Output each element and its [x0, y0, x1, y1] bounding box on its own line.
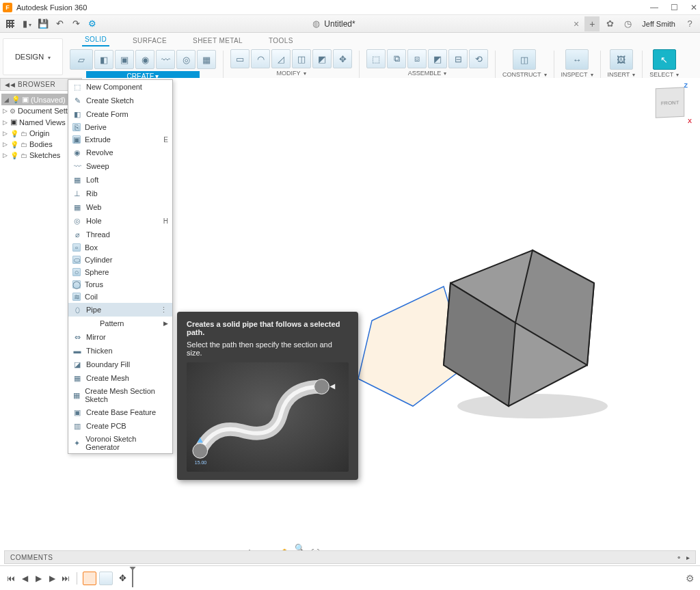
- user-name[interactable]: Jeff Smith: [638, 20, 679, 28]
- draft-icon[interactable]: ◩: [312, 49, 332, 68]
- create-mesh-icon: ▦: [72, 373, 82, 383]
- menu-item-revolve[interactable]: ◉Revolve: [68, 146, 172, 159]
- menu-item-new-component[interactable]: ⬚New Component: [68, 80, 172, 94]
- data-panel-button[interactable]: [3, 17, 18, 31]
- menu-item-create-base-feature[interactable]: ▣Create Base Feature: [68, 405, 172, 419]
- viewcube[interactable]: FRONT Z X: [652, 85, 689, 122]
- menu-item-thread[interactable]: ⌀Thread: [68, 228, 172, 241]
- loft-icon[interactable]: ▦: [197, 50, 216, 69]
- extrude-icon[interactable]: ▣: [115, 50, 134, 69]
- timeline-feature-move[interactable]: ✥: [116, 572, 129, 585]
- menu-item-loft[interactable]: ▦Loft: [68, 173, 172, 187]
- menu-item-create-mesh[interactable]: ▦Create Mesh: [68, 371, 172, 385]
- ribbon-label-insert[interactable]: INSERT: [608, 71, 636, 78]
- inspect-icon[interactable]: ↔: [565, 49, 589, 70]
- revolve-icon[interactable]: ◉: [135, 50, 154, 69]
- undo-button[interactable]: ↶: [52, 17, 67, 31]
- extensions-button[interactable]: ⚙: [85, 17, 100, 31]
- menu-item-cylinder[interactable]: ⬭Cylinder: [68, 254, 172, 266]
- ribbon-label-modify[interactable]: MODIFY: [277, 70, 306, 77]
- timeline-next-button[interactable]: ▶: [46, 573, 57, 584]
- timeline-feature-sketch[interactable]: [83, 572, 96, 585]
- menu-item-boundary-fill[interactable]: ◪Boundary Fill: [68, 358, 172, 371]
- as-built-joint-icon[interactable]: ⧇: [407, 49, 427, 68]
- more-options-icon[interactable]: ⋮: [160, 306, 168, 314]
- timeline-settings-icon[interactable]: ⚙: [686, 573, 695, 584]
- hole-icon[interactable]: ◎: [176, 50, 196, 69]
- ribbon-label-select[interactable]: SELECT: [649, 71, 679, 78]
- minimize-button[interactable]: —: [650, 3, 658, 12]
- timeline-play-button[interactable]: ▶: [33, 573, 44, 584]
- menu-item-pipe[interactable]: ⬯Pipe⋮: [68, 303, 172, 317]
- ribbon-label-assemble[interactable]: ASSEMBLE: [408, 70, 447, 77]
- help-icon[interactable]: ?: [682, 16, 697, 31]
- menu-item-sphere[interactable]: ○Sphere: [68, 266, 172, 278]
- timeline-start-button[interactable]: ⏮: [5, 573, 16, 584]
- menu-item-extrude[interactable]: ▣ExtrudeE: [68, 133, 172, 146]
- menu-item-rib[interactable]: ⊥Rib: [68, 187, 172, 200]
- presspull-icon[interactable]: ▭: [230, 49, 250, 68]
- create-form-icon[interactable]: ◧: [94, 50, 113, 69]
- joint-origin-icon[interactable]: ◩: [428, 49, 447, 68]
- maximize-button[interactable]: ☐: [671, 3, 678, 12]
- ribbon-content: ▱ ◧ ▣ ◉ 〰 ◎ ▦ CREATE ▾ ▭ ◠ ◿ ◫ ◩: [66, 46, 700, 81]
- comments-options-icon[interactable]: ⚬: [676, 554, 682, 561]
- menu-item-pattern[interactable]: Pattern▶: [68, 317, 172, 330]
- file-menu-button[interactable]: ▮: [19, 17, 34, 31]
- tab-sheetmetal[interactable]: SHEET METAL: [190, 35, 245, 46]
- menu-item-derive[interactable]: ⎘Derive: [68, 121, 172, 133]
- close-button[interactable]: ✕: [690, 3, 697, 12]
- viewcube-face[interactable]: FRONT: [656, 87, 685, 118]
- new-component-icon[interactable]: ⬚: [366, 49, 386, 68]
- joint-icon[interactable]: ⧉: [387, 49, 406, 68]
- menu-item-create-mesh-section-sketch[interactable]: ▦Create Mesh Section Sketch: [68, 385, 172, 405]
- timeline-prev-button[interactable]: ◀: [19, 573, 30, 584]
- menu-item-coil[interactable]: ≋Coil: [68, 291, 172, 303]
- menu-item-label: Mirror: [86, 333, 106, 341]
- select-icon[interactable]: ↖: [653, 49, 676, 70]
- ribbon-label-construct[interactable]: CONSTRUCT: [502, 71, 547, 78]
- redo-button[interactable]: ↷: [68, 17, 83, 31]
- menu-item-voronoi-sketch-generator[interactable]: ✦Voronoi Sketch Generator: [68, 433, 172, 453]
- menu-item-label: Hole: [86, 217, 102, 225]
- sweep-icon: 〰: [72, 161, 82, 171]
- tab-surface[interactable]: SURFACE: [130, 35, 170, 46]
- chamfer-icon[interactable]: ◿: [271, 49, 291, 68]
- insert-icon[interactable]: 🖼: [610, 49, 633, 70]
- menu-item-box[interactable]: ▫Box: [68, 241, 172, 254]
- tab-solid[interactable]: SOLID: [82, 33, 109, 46]
- comments-expand-icon[interactable]: ▸: [686, 554, 690, 561]
- create-sketch-icon[interactable]: ▱: [70, 49, 93, 70]
- menu-item-sweep[interactable]: 〰Sweep: [68, 159, 172, 173]
- timeline-end-button[interactable]: ⏭: [60, 573, 71, 584]
- rigid-group-icon[interactable]: ⊟: [448, 49, 468, 68]
- fillet-icon[interactable]: ◠: [251, 49, 270, 68]
- menu-item-web[interactable]: ▦Web: [68, 200, 172, 214]
- document-tab[interactable]: ◍ Untitled*: [100, 18, 568, 29]
- notifications-icon[interactable]: ✿: [602, 16, 617, 31]
- menu-item-label: Sweep: [86, 162, 109, 170]
- ribbon-label-inspect[interactable]: INSPECT: [561, 71, 593, 78]
- tab-tools[interactable]: TOOLS: [266, 35, 296, 46]
- tab-close-button[interactable]: ×: [568, 18, 584, 29]
- sweep-icon[interactable]: 〰: [156, 50, 175, 69]
- menu-item-create-pcb[interactable]: ▥Create PCB: [68, 419, 172, 433]
- menu-item-create-sketch[interactable]: ✎Create Sketch: [68, 94, 172, 107]
- comments-bar[interactable]: COMMENTS ⚬▸: [4, 550, 696, 564]
- save-button[interactable]: 💾: [36, 17, 51, 31]
- timeline-marker[interactable]: [132, 569, 133, 587]
- menu-item-hole[interactable]: ◎HoleH: [68, 214, 172, 228]
- browser-collapse-icon[interactable]: ◀◀: [5, 81, 15, 88]
- move-icon[interactable]: ✥: [333, 49, 352, 68]
- menu-item-mirror[interactable]: ⇔Mirror: [68, 330, 172, 344]
- shell-icon[interactable]: ◫: [292, 49, 311, 68]
- construct-icon[interactable]: ◫: [513, 49, 536, 70]
- timeline-feature-extrude[interactable]: [99, 572, 113, 585]
- workspace-switcher[interactable]: DESIGN: [3, 38, 63, 75]
- menu-item-thicken[interactable]: ▬Thicken: [68, 344, 172, 358]
- menu-item-torus[interactable]: ◯Torus: [68, 278, 172, 291]
- motion-link-icon[interactable]: ⟲: [469, 49, 488, 68]
- new-tab-button[interactable]: +: [584, 16, 600, 31]
- menu-item-create-form[interactable]: ◧Create Form: [68, 107, 172, 121]
- job-status-icon[interactable]: ◷: [620, 16, 635, 31]
